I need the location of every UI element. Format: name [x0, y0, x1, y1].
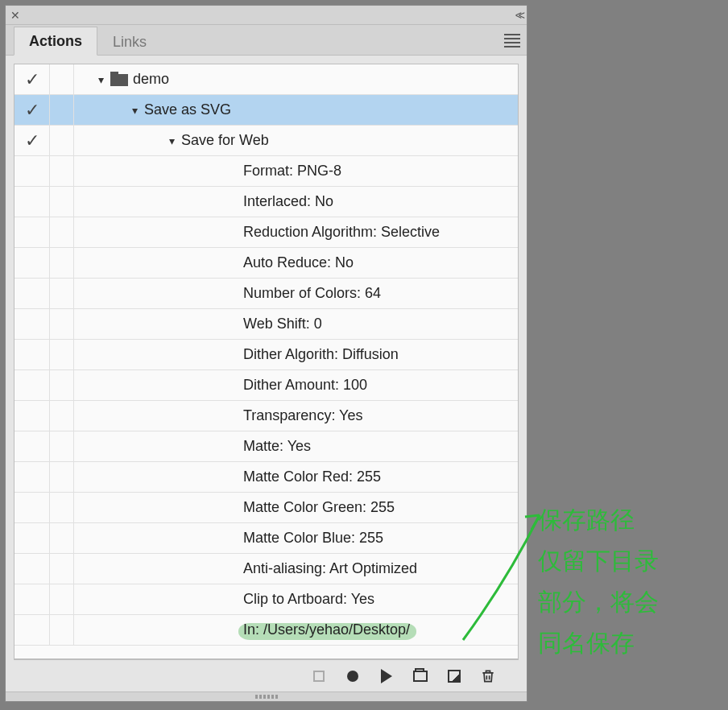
param-label: Reduction Algorithm: Selective [243, 224, 440, 241]
tab-bar: Actions Links [6, 25, 527, 56]
trash-icon[interactable] [480, 668, 496, 684]
content-area: ✓ ▾ demo ✓ ▾ Save as SVG ✓ [6, 56, 527, 691]
action-set-label: demo [133, 71, 169, 88]
panel-menu-icon[interactable] [504, 31, 520, 50]
param-row[interactable]: Dither Algorith: Diffusion [14, 340, 518, 370]
action-step-row[interactable]: ✓ ▾ Save for Web [14, 126, 518, 156]
checkmark-icon[interactable]: ✓ [25, 100, 39, 121]
play-icon[interactable] [378, 668, 395, 684]
checkmark-icon[interactable]: ✓ [25, 69, 39, 90]
param-label: Matte Color Green: 255 [243, 499, 395, 516]
param-label: Matte Color Blue: 255 [243, 530, 383, 547]
param-row[interactable]: Interlaced: No [14, 187, 518, 217]
annotation-line: 部分，将会 [538, 581, 659, 622]
param-label: Auto Reduce: No [243, 254, 354, 271]
annotation-line: 同名保存 [538, 622, 659, 663]
param-label: Transparency: Yes [243, 407, 362, 424]
param-label: Matte Color Red: 255 [243, 469, 381, 485]
param-label: Dither Amount: 100 [243, 377, 367, 394]
param-row[interactable]: Number of Colors: 64 [14, 279, 518, 309]
new-set-icon[interactable] [412, 668, 428, 684]
new-action-icon[interactable] [446, 668, 462, 684]
action-row[interactable]: ✓ ▾ Save as SVG [14, 95, 518, 126]
param-row[interactable]: Matte: Yes [14, 431, 518, 462]
param-label: Web Shift: 0 [243, 316, 322, 332]
collapse-icon[interactable]: << [515, 9, 522, 22]
actions-panel: ✕ << Actions Links ✓ ▾ demo ✓ ▾ [5, 5, 527, 702]
param-row[interactable]: In: /Users/yehao/Desktop/ [14, 615, 518, 646]
param-label: Number of Colors: 64 [243, 285, 381, 302]
param-row[interactable]: Clip to Artboard: Yes [14, 584, 518, 615]
annotation-line: 保存路径 [538, 499, 659, 540]
param-row[interactable]: Matte Color Blue: 255 [14, 523, 518, 554]
param-row[interactable]: Transparency: Yes [14, 401, 518, 431]
param-label: Format: PNG-8 [243, 163, 341, 180]
chevron-down-icon[interactable]: ▾ [169, 134, 175, 147]
annotation-text: 保存路径 仅留下目录 部分，将会 同名保存 [538, 499, 659, 663]
param-row[interactable]: Auto Reduce: No [14, 248, 518, 279]
param-label: Dither Algorith: Diffusion [243, 346, 399, 363]
checkmark-icon[interactable]: ✓ [25, 130, 39, 151]
chevron-down-icon[interactable]: ▾ [98, 73, 104, 86]
action-set-row[interactable]: ✓ ▾ demo [14, 64, 518, 95]
stop-icon[interactable] [311, 668, 327, 684]
param-label-highlighted: In: /Users/yehao/Desktop/ [243, 621, 410, 638]
annotation-line: 仅留下目录 [538, 540, 659, 581]
actions-list[interactable]: ✓ ▾ demo ✓ ▾ Save as SVG ✓ [14, 64, 519, 659]
action-label: Save as SVG [144, 101, 231, 118]
record-icon[interactable] [345, 668, 361, 684]
param-row[interactable]: Matte Color Red: 255 [14, 462, 518, 493]
actions-toolbar [14, 659, 519, 691]
param-row[interactable]: Format: PNG-8 [14, 156, 518, 187]
chevron-down-icon[interactable]: ▾ [132, 104, 138, 117]
panel-titlebar: ✕ << [6, 6, 527, 25]
param-label: Clip to Artboard: Yes [243, 591, 374, 608]
param-label: Matte: Yes [243, 438, 311, 455]
folder-icon [110, 74, 128, 86]
param-row[interactable]: Anti-aliasing: Art Optimized [14, 554, 518, 584]
param-row[interactable]: Matte Color Green: 255 [14, 493, 518, 523]
action-step-label: Save for Web [181, 132, 269, 149]
param-row[interactable]: Reduction Algorithm: Selective [14, 217, 518, 248]
param-row[interactable]: Web Shift: 0 [14, 309, 518, 340]
close-icon[interactable]: ✕ [10, 9, 20, 22]
param-row[interactable]: Dither Amount: 100 [14, 370, 518, 401]
param-label: Interlaced: No [243, 193, 333, 210]
resize-grip[interactable] [6, 691, 527, 701]
tab-links[interactable]: Links [97, 27, 162, 56]
tab-actions[interactable]: Actions [14, 27, 97, 56]
param-label: Anti-aliasing: Art Optimized [243, 560, 417, 577]
